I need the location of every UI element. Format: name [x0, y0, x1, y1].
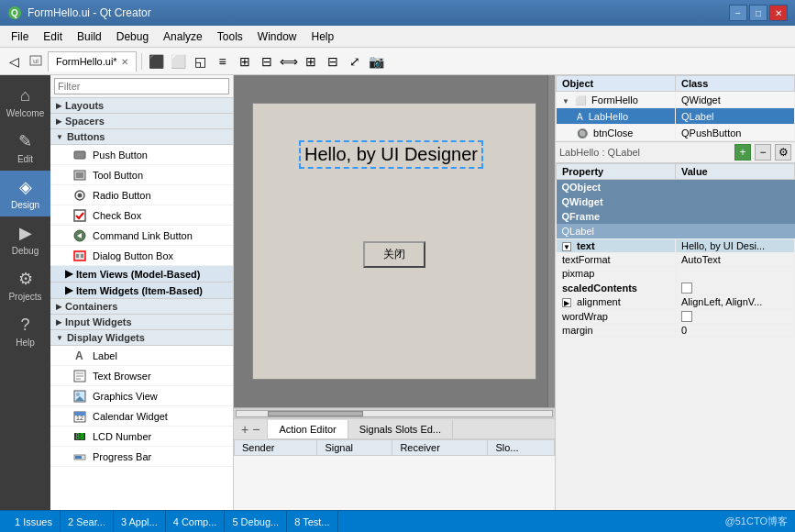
toolbar-icon-9[interactable]: ⊟ — [323, 51, 343, 72]
menu-file[interactable]: File — [4, 27, 36, 47]
form-close-button[interactable]: 关闭 — [363, 241, 425, 268]
menu-build[interactable]: Build — [70, 27, 109, 47]
mode-edit[interactable]: ✎ Edit — [0, 125, 50, 171]
buttons-label: Buttons — [67, 131, 105, 142]
prop-row-textformat[interactable]: textFormat AutoText — [557, 253, 795, 267]
prop-row-scaledcontents[interactable]: scaledContents — [557, 281, 795, 295]
category-input-widgets[interactable]: ▶ Input Widgets — [50, 315, 233, 330]
status-comp[interactable]: 4 Comp... — [166, 511, 226, 532]
category-display-widgets[interactable]: ▼ Display Widgets — [50, 330, 233, 346]
scaledcontents-value[interactable] — [676, 281, 795, 295]
tab-close-icon[interactable]: ✕ — [121, 57, 128, 67]
toolbar-icon-11[interactable]: 📷 — [367, 51, 387, 72]
menu-tools[interactable]: Tools — [210, 27, 250, 47]
toolbar-icon-5[interactable]: ⊞ — [235, 51, 255, 72]
pixmap-value — [676, 267, 795, 281]
signals-slots-label: Signals Slots Ed... — [359, 424, 441, 435]
prop-row-text[interactable]: ▼ text Hello, by UI Desi... — [557, 239, 795, 253]
toolbar-icon-3[interactable]: ◱ — [191, 51, 211, 72]
svg-rect-9 — [74, 210, 85, 221]
menu-debug[interactable]: Debug — [109, 27, 156, 47]
status-debug[interactable]: 5 Debug... — [225, 511, 287, 532]
category-spacers[interactable]: ▶ Spacers — [50, 114, 233, 129]
mode-debug-label: Debug — [12, 246, 39, 256]
canvas-scrollbar[interactable] — [234, 407, 555, 418]
menu-help[interactable]: Help — [304, 27, 342, 47]
canvas-area[interactable]: Hello, by UI Designer 关闭 — [234, 75, 555, 407]
toolbar-icon-8[interactable]: ⊞ — [301, 51, 321, 72]
wordwrap-value[interactable] — [676, 309, 795, 324]
widget-check-box[interactable]: Check Box — [50, 205, 233, 226]
status-test[interactable]: 8 Test... — [287, 511, 337, 532]
mode-welcome[interactable]: ⌂ Welcome — [0, 79, 50, 125]
prop-row-wordwrap[interactable]: wordWrap — [557, 309, 795, 324]
widget-tool-button[interactable]: Tool Button — [50, 165, 233, 185]
widget-progress-bar[interactable]: Progress Bar — [50, 447, 233, 467]
toolbar-icon-1[interactable]: ⬛ — [147, 51, 167, 72]
widget-text-browser[interactable]: Text Browser — [50, 366, 233, 386]
widget-command-link-button[interactable]: Command Link Button — [50, 226, 233, 246]
mode-help[interactable]: ? Help — [0, 308, 50, 354]
toolbar-icon-2[interactable]: ⬜ — [169, 51, 189, 72]
canvas-resize-handle[interactable] — [547, 75, 555, 407]
status-issues[interactable]: 1 Issues — [7, 511, 61, 532]
toolbar-btn-1[interactable]: ◁ — [4, 51, 24, 72]
widget-graphics-view[interactable]: Graphics View — [50, 386, 233, 406]
col-signal: Signal — [317, 440, 392, 456]
filter-add-btn[interactable]: + — [734, 144, 751, 161]
tab-signals-slots[interactable]: Signals Slots Ed... — [348, 420, 453, 438]
obj-row-btnclose[interactable]: 🔘 btnClose QPushButton — [557, 125, 795, 141]
toolbar-icon-6[interactable]: ⊟ — [257, 51, 277, 72]
col-receiver: Receiver — [392, 440, 488, 456]
obj-row-formhello[interactable]: ▼ ⬜ FormHello QWidget — [557, 92, 795, 108]
widget-dialog-button-box[interactable]: Dialog Button Box — [50, 246, 233, 266]
prop-row-alignment[interactable]: ▶ alignment AlignLeft, AlignV... — [557, 295, 795, 309]
obj-row-labhello[interactable]: A LabHello QLabel — [557, 108, 795, 125]
category-containers[interactable]: ▶ Containers — [50, 299, 233, 315]
category-layouts[interactable]: ▶ Layouts — [50, 98, 233, 114]
toolbar-icon-10[interactable]: ⤢ — [345, 51, 365, 72]
layouts-arrow: ▶ — [56, 102, 61, 110]
toolbar-icon-7[interactable]: ⟺ — [279, 51, 299, 72]
filter-minus-btn[interactable]: − — [755, 144, 771, 161]
mode-projects-label: Projects — [8, 292, 41, 302]
menu-analyze[interactable]: Analyze — [156, 27, 210, 47]
center-area: Hello, by UI Designer 关闭 + − Action Edit… — [234, 75, 555, 510]
widget-push-button[interactable]: Push Button — [50, 145, 233, 165]
bottom-toolbar-add[interactable]: + − — [234, 419, 268, 439]
toolbar-icon-4[interactable]: ≡ — [213, 51, 233, 72]
category-buttons[interactable]: ▼ Buttons — [50, 129, 233, 145]
toolbar-btn-2[interactable]: ui — [26, 51, 46, 72]
scaledcontents-checkbox[interactable] — [681, 283, 692, 294]
subcategory-item-widgets[interactable]: ▶ Item Widgets (Item-Based) — [50, 283, 233, 299]
help-icon: ? — [20, 316, 29, 335]
prop-row-margin[interactable]: margin 0 — [557, 324, 795, 338]
wordwrap-checkbox[interactable] — [681, 311, 692, 322]
filter-settings-btn[interactable]: ⚙ — [775, 144, 791, 161]
subcategory-item-views[interactable]: ▶ Item Views (Model-Based) — [50, 266, 233, 283]
tab-formhello[interactable]: FormHello.ui* ✕ — [48, 51, 137, 72]
menu-window[interactable]: Window — [250, 27, 304, 47]
minimize-button[interactable]: − — [729, 5, 747, 21]
close-button[interactable]: ✕ — [769, 5, 788, 21]
maximize-button[interactable]: □ — [749, 5, 767, 21]
widget-lcd[interactable]: 88 LCD Number — [50, 427, 233, 447]
menu-edit[interactable]: Edit — [36, 27, 70, 47]
mode-welcome-label: Welcome — [6, 108, 45, 118]
mode-debug[interactable]: ▶ Debug — [0, 216, 50, 262]
mode-design[interactable]: ◈ Design — [0, 171, 50, 216]
form-widget[interactable]: Hello, by UI Designer 关闭 — [252, 103, 536, 380]
mode-projects[interactable]: ⚙ Projects — [0, 262, 50, 308]
welcome-icon: ⌂ — [20, 86, 30, 105]
tab-action-editor[interactable]: Action Editor — [268, 420, 348, 438]
widget-calendar[interactable]: 12 Calendar Widget — [50, 406, 233, 427]
widget-label[interactable]: A Label — [50, 346, 233, 366]
status-search[interactable]: 2 Sear... — [61, 511, 114, 532]
widget-radio-button[interactable]: Radio Button — [50, 185, 233, 205]
formhello-name: FormHello — [591, 94, 638, 105]
text-browser-icon — [72, 369, 87, 383]
prop-row-pixmap[interactable]: pixmap — [557, 267, 795, 281]
status-app[interactable]: 3 Appl... — [114, 511, 166, 532]
widget-filter-input[interactable] — [54, 78, 229, 94]
scrollbar-thumb[interactable] — [268, 411, 362, 416]
